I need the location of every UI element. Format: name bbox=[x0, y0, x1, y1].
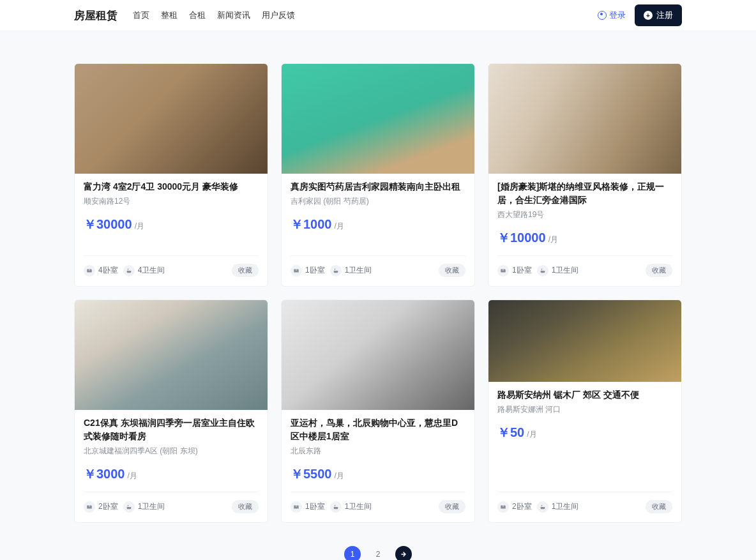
favorite-button[interactable]: 收藏 bbox=[232, 264, 259, 277]
listing-title: C21保真 东坝福润四季旁一居室业主自住欧式装修随时看房 bbox=[84, 416, 259, 443]
login-link[interactable]: 登录 bbox=[598, 10, 626, 21]
price-unit: /月 bbox=[135, 221, 144, 232]
signup-label: 注册 bbox=[656, 10, 673, 21]
price-value: ￥30000 bbox=[84, 216, 132, 233]
nav-news[interactable]: 新闻资讯 bbox=[217, 10, 250, 21]
arrow-right-icon bbox=[400, 551, 407, 557]
bathrooms-spec: 1卫生间 bbox=[123, 501, 165, 513]
listing-title: 富力湾 4室2厅4卫 30000元月 豪华装修 bbox=[84, 180, 259, 193]
listing-image bbox=[282, 64, 474, 174]
plus-icon: + bbox=[644, 11, 653, 20]
bedrooms-label: 4卧室 bbox=[98, 265, 118, 276]
bedrooms-label: 1卧室 bbox=[305, 501, 325, 512]
listing-card[interactable]: C21保真 东坝福润四季旁一居室业主自住欧式装修随时看房 北京城建福润四季A区 … bbox=[74, 299, 268, 523]
listing-card[interactable]: 富力湾 4室2厅4卫 30000元月 豪华装修 顺安南路12号 ￥30000 /… bbox=[74, 63, 268, 287]
header: 房屋租赁 首页 整租 合租 新闻资讯 用户反馈 登录 + 注册 bbox=[0, 0, 756, 31]
listing-title: 亚运村，鸟巢，北辰购物中心亚，慧忠里D区中楼层1居室 bbox=[291, 416, 465, 443]
price-value: ￥50 bbox=[497, 424, 524, 441]
bathrooms-label: 1卫生间 bbox=[138, 501, 165, 512]
bathrooms-label: 4卫生间 bbox=[138, 265, 165, 276]
bedrooms-spec: 1卧室 bbox=[291, 265, 325, 276]
nav-feedback[interactable]: 用户反馈 bbox=[262, 10, 295, 21]
bedrooms-spec: 2卧室 bbox=[497, 501, 532, 513]
price-unit: /月 bbox=[527, 429, 536, 440]
listing-price: ￥30000 /月 bbox=[84, 216, 259, 233]
bathrooms-label: 1卫生间 bbox=[345, 265, 372, 276]
listing-location: 顺安南路12号 bbox=[84, 196, 259, 207]
listing-location: 北京城建福润四季A区 (朝阳 东坝) bbox=[84, 446, 259, 457]
bedrooms-spec: 4卧室 bbox=[84, 265, 118, 276]
bathrooms-spec: 1卫生间 bbox=[537, 265, 579, 276]
bed-icon bbox=[84, 265, 95, 276]
login-label: 登录 bbox=[609, 10, 626, 21]
price-value: ￥5500 bbox=[291, 465, 332, 483]
nav-home[interactable]: 首页 bbox=[133, 10, 149, 21]
bathrooms-label: 1卫生间 bbox=[552, 501, 579, 512]
bathrooms-spec: 1卫生间 bbox=[330, 265, 372, 276]
listing-card[interactable]: [婚房豪装]斯堪的纳维亚风格装修，正规一居，合生汇旁金港国际 西大望路19号 ￥… bbox=[488, 63, 682, 287]
listing-price: ￥5500 /月 bbox=[291, 465, 465, 483]
bedrooms-spec: 1卧室 bbox=[497, 265, 532, 276]
bed-icon bbox=[497, 265, 509, 276]
listing-location: 西大望路19号 bbox=[497, 209, 672, 220]
price-unit: /月 bbox=[128, 471, 137, 481]
page-2-button[interactable]: 2 bbox=[370, 546, 386, 560]
listing-price: ￥50 /月 bbox=[497, 424, 672, 441]
listing-title: [婚房豪装]斯堪的纳维亚风格装修，正规一居，合生汇旁金港国际 bbox=[497, 180, 672, 207]
bed-icon bbox=[291, 265, 302, 276]
listing-price: ￥10000 /月 bbox=[497, 229, 672, 246]
bed-icon bbox=[291, 501, 302, 513]
listing-card[interactable]: 路易斯安纳州 锯木厂 郊区 交通不便 路易斯安娜洲 河口 ￥50 /月 2卧室 … bbox=[488, 299, 682, 523]
bathrooms-spec: 1卫生间 bbox=[330, 501, 372, 513]
listing-title: 路易斯安纳州 锯木厂 郊区 交通不便 bbox=[497, 388, 672, 402]
listing-location: 吉利家园 (朝阳 芍药居) bbox=[291, 196, 465, 207]
nav-whole-rent[interactable]: 整租 bbox=[161, 10, 178, 21]
listing-image bbox=[488, 300, 681, 382]
signup-button[interactable]: + 注册 bbox=[635, 4, 682, 26]
price-unit: /月 bbox=[548, 234, 558, 245]
bedrooms-label: 2卧室 bbox=[98, 501, 118, 512]
listings-grid: 富力湾 4室2厅4卫 30000元月 豪华装修 顺安南路12号 ￥30000 /… bbox=[74, 63, 682, 523]
listing-card[interactable]: 真房实图芍药居吉利家园精装南向主卧出租 吉利家园 (朝阳 芍药居) ￥1000 … bbox=[281, 63, 475, 287]
bedrooms-label: 2卧室 bbox=[512, 501, 532, 512]
bathrooms-spec: 1卫生间 bbox=[537, 501, 579, 513]
bath-icon bbox=[330, 501, 342, 513]
favorite-button[interactable]: 收藏 bbox=[439, 500, 465, 513]
favorite-button[interactable]: 收藏 bbox=[646, 500, 672, 513]
listing-image bbox=[75, 300, 268, 410]
nav-shared-rent[interactable]: 合租 bbox=[189, 10, 206, 21]
page-1-button[interactable]: 1 bbox=[344, 546, 361, 560]
listing-price: ￥1000 /月 bbox=[291, 216, 465, 233]
user-icon bbox=[598, 11, 607, 20]
bedrooms-spec: 1卧室 bbox=[291, 501, 325, 513]
main-content: 富力湾 4室2厅4卫 30000元月 豪华装修 顺安南路12号 ￥30000 /… bbox=[72, 31, 684, 560]
listing-image bbox=[75, 64, 268, 174]
price-value: ￥1000 bbox=[291, 216, 332, 233]
favorite-button[interactable]: 收藏 bbox=[232, 500, 259, 513]
listing-card[interactable]: 亚运村，鸟巢，北辰购物中心亚，慧忠里D区中楼层1居室 北辰东路 ￥5500 /月… bbox=[281, 299, 475, 523]
bath-icon bbox=[537, 265, 548, 276]
bathrooms-spec: 4卫生间 bbox=[123, 265, 165, 276]
bath-icon bbox=[537, 501, 548, 513]
bed-icon bbox=[497, 501, 509, 513]
listing-price: ￥3000 /月 bbox=[84, 465, 259, 483]
favorite-button[interactable]: 收藏 bbox=[439, 264, 465, 277]
bath-icon bbox=[330, 265, 342, 276]
listing-image bbox=[488, 64, 681, 174]
pagination: 1 2 bbox=[74, 546, 682, 560]
listing-location: 路易斯安娜洲 河口 bbox=[497, 404, 672, 415]
logo: 房屋租赁 bbox=[74, 8, 117, 23]
main-nav: 首页 整租 合租 新闻资讯 用户反馈 bbox=[133, 10, 598, 21]
bath-icon bbox=[123, 265, 135, 276]
price-value: ￥10000 bbox=[497, 229, 546, 246]
bathrooms-label: 1卫生间 bbox=[552, 265, 579, 276]
page-next-button[interactable] bbox=[395, 546, 412, 560]
listing-image bbox=[282, 300, 474, 410]
bathrooms-label: 1卫生间 bbox=[345, 501, 372, 512]
price-unit: /月 bbox=[335, 471, 344, 481]
bath-icon bbox=[123, 501, 135, 513]
favorite-button[interactable]: 收藏 bbox=[646, 264, 672, 277]
price-unit: /月 bbox=[335, 221, 344, 232]
listing-location: 北辰东路 bbox=[291, 446, 465, 457]
price-value: ￥3000 bbox=[84, 465, 125, 483]
